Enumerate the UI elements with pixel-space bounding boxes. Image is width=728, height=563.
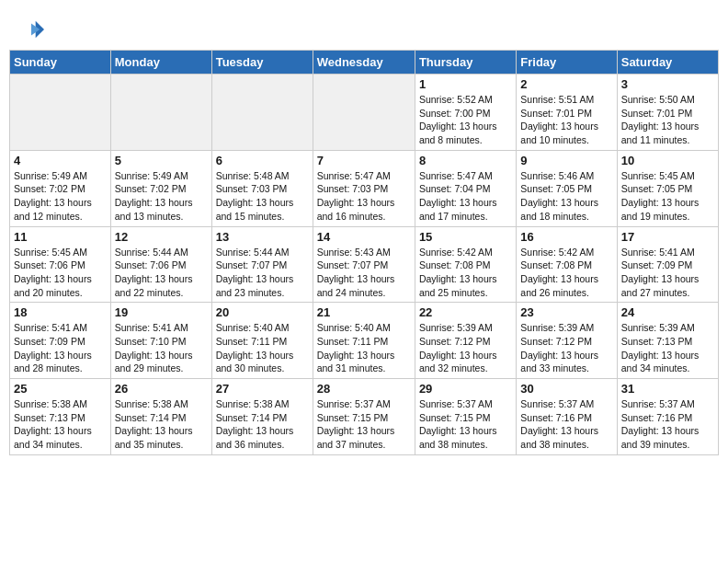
- calendar-day-cell: 17Sunrise: 5:41 AMSunset: 7:09 PMDayligh…: [617, 226, 718, 303]
- page-header: [9, 9, 719, 46]
- day-number: 9: [520, 154, 612, 167]
- calendar-day-cell: 1Sunrise: 5:52 AMSunset: 7:00 PMDaylight…: [415, 75, 516, 151]
- calendar-day-cell: [313, 75, 415, 151]
- calendar-day-cell: 21Sunrise: 5:40 AMSunset: 7:11 PMDayligh…: [313, 303, 415, 379]
- day-info: Sunrise: 5:49 AMSunset: 7:02 PMDaylight:…: [14, 169, 107, 224]
- day-info: Sunrise: 5:38 AMSunset: 7:14 PMDaylight:…: [216, 397, 309, 452]
- day-info: Sunrise: 5:42 AMSunset: 7:08 PMDaylight:…: [520, 246, 612, 300]
- day-info: Sunrise: 5:47 AMSunset: 7:04 PMDaylight:…: [419, 169, 512, 224]
- day-number: 6: [216, 154, 309, 167]
- day-number: 31: [621, 382, 714, 396]
- calendar-day-header: Friday: [517, 51, 617, 75]
- day-info: Sunrise: 5:45 AMSunset: 7:06 PMDaylight:…: [14, 246, 107, 300]
- calendar-week-row: 25Sunrise: 5:38 AMSunset: 7:13 PMDayligh…: [10, 379, 719, 455]
- calendar-day-cell: 25Sunrise: 5:38 AMSunset: 7:13 PMDayligh…: [10, 379, 111, 455]
- day-info: Sunrise: 5:38 AMSunset: 7:14 PMDaylight:…: [115, 397, 208, 452]
- day-number: 30: [520, 382, 612, 396]
- calendar-day-cell: 24Sunrise: 5:39 AMSunset: 7:13 PMDayligh…: [617, 303, 718, 379]
- calendar-day-cell: 20Sunrise: 5:40 AMSunset: 7:11 PMDayligh…: [211, 303, 313, 379]
- day-info: Sunrise: 5:49 AMSunset: 7:02 PMDaylight:…: [115, 169, 208, 224]
- day-number: 18: [14, 305, 107, 319]
- day-number: 13: [216, 230, 309, 244]
- day-info: Sunrise: 5:46 AMSunset: 7:05 PMDaylight:…: [520, 169, 612, 224]
- calendar-day-header: Monday: [110, 51, 211, 75]
- calendar-day-cell: 10Sunrise: 5:45 AMSunset: 7:05 PMDayligh…: [617, 150, 718, 226]
- calendar-day-cell: 8Sunrise: 5:47 AMSunset: 7:04 PMDaylight…: [415, 150, 516, 226]
- day-number: 4: [14, 154, 107, 167]
- calendar-day-cell: 27Sunrise: 5:38 AMSunset: 7:14 PMDayligh…: [211, 379, 313, 455]
- day-info: Sunrise: 5:39 AMSunset: 7:12 PMDaylight:…: [520, 321, 612, 375]
- calendar-day-cell: 6Sunrise: 5:48 AMSunset: 7:03 PMDaylight…: [211, 150, 313, 226]
- day-info: Sunrise: 5:40 AMSunset: 7:11 PMDaylight:…: [216, 321, 309, 375]
- day-info: Sunrise: 5:41 AMSunset: 7:09 PMDaylight:…: [621, 246, 714, 300]
- logo[interactable]: [18, 17, 46, 42]
- calendar-day-cell: 18Sunrise: 5:41 AMSunset: 7:09 PMDayligh…: [10, 303, 111, 379]
- calendar-day-cell: 11Sunrise: 5:45 AMSunset: 7:06 PMDayligh…: [10, 226, 111, 303]
- calendar-day-cell: 3Sunrise: 5:50 AMSunset: 7:01 PMDaylight…: [617, 75, 718, 151]
- day-number: 24: [621, 305, 714, 319]
- day-info: Sunrise: 5:50 AMSunset: 7:01 PMDaylight:…: [621, 93, 714, 147]
- calendar-week-row: 18Sunrise: 5:41 AMSunset: 7:09 PMDayligh…: [10, 303, 719, 379]
- calendar-day-cell: [211, 75, 313, 151]
- day-number: 28: [317, 382, 411, 396]
- day-number: 27: [216, 382, 309, 396]
- day-number: 25: [14, 382, 107, 396]
- calendar-day-cell: 26Sunrise: 5:38 AMSunset: 7:14 PMDayligh…: [110, 379, 211, 455]
- day-number: 26: [115, 382, 208, 396]
- day-number: 16: [520, 230, 612, 244]
- calendar-day-cell: 16Sunrise: 5:42 AMSunset: 7:08 PMDayligh…: [517, 226, 617, 303]
- day-info: Sunrise: 5:45 AMSunset: 7:05 PMDaylight:…: [621, 169, 714, 224]
- calendar-day-cell: 7Sunrise: 5:47 AMSunset: 7:03 PMDaylight…: [313, 150, 415, 226]
- day-number: 23: [520, 305, 612, 319]
- calendar-day-cell: 14Sunrise: 5:43 AMSunset: 7:07 PMDayligh…: [313, 226, 415, 303]
- calendar-day-cell: 9Sunrise: 5:46 AMSunset: 7:05 PMDaylight…: [517, 150, 617, 226]
- day-info: Sunrise: 5:51 AMSunset: 7:01 PMDaylight:…: [520, 93, 612, 147]
- calendar-day-header: Wednesday: [313, 51, 415, 75]
- day-number: 15: [419, 230, 512, 244]
- day-number: 7: [317, 154, 411, 167]
- day-info: Sunrise: 5:43 AMSunset: 7:07 PMDaylight:…: [317, 246, 411, 300]
- calendar-day-cell: [10, 75, 111, 151]
- day-info: Sunrise: 5:42 AMSunset: 7:08 PMDaylight:…: [419, 246, 512, 300]
- day-number: 22: [419, 305, 512, 319]
- day-info: Sunrise: 5:38 AMSunset: 7:13 PMDaylight:…: [14, 397, 107, 452]
- day-info: Sunrise: 5:37 AMSunset: 7:15 PMDaylight:…: [419, 397, 512, 452]
- day-number: 1: [419, 77, 512, 91]
- calendar-week-row: 1Sunrise: 5:52 AMSunset: 7:00 PMDaylight…: [10, 75, 719, 151]
- day-info: Sunrise: 5:37 AMSunset: 7:16 PMDaylight:…: [520, 397, 612, 452]
- calendar-table: SundayMondayTuesdayWednesdayThursdayFrid…: [9, 50, 719, 455]
- calendar-day-header: Sunday: [10, 51, 111, 75]
- day-number: 12: [115, 230, 208, 244]
- calendar-day-cell: 2Sunrise: 5:51 AMSunset: 7:01 PMDaylight…: [517, 75, 617, 151]
- day-info: Sunrise: 5:40 AMSunset: 7:11 PMDaylight:…: [317, 321, 411, 375]
- day-number: 11: [14, 230, 107, 244]
- calendar-day-cell: 29Sunrise: 5:37 AMSunset: 7:15 PMDayligh…: [415, 379, 516, 455]
- calendar-day-cell: 4Sunrise: 5:49 AMSunset: 7:02 PMDaylight…: [10, 150, 111, 226]
- calendar-week-row: 4Sunrise: 5:49 AMSunset: 7:02 PMDaylight…: [10, 150, 719, 226]
- day-number: 8: [419, 154, 512, 167]
- day-number: 10: [621, 154, 714, 167]
- calendar-header-row: SundayMondayTuesdayWednesdayThursdayFrid…: [10, 51, 719, 75]
- day-info: Sunrise: 5:44 AMSunset: 7:06 PMDaylight:…: [115, 246, 208, 300]
- calendar-day-cell: 23Sunrise: 5:39 AMSunset: 7:12 PMDayligh…: [517, 303, 617, 379]
- calendar-week-row: 11Sunrise: 5:45 AMSunset: 7:06 PMDayligh…: [10, 226, 719, 303]
- calendar-day-cell: 28Sunrise: 5:37 AMSunset: 7:15 PMDayligh…: [313, 379, 415, 455]
- calendar-day-cell: 12Sunrise: 5:44 AMSunset: 7:06 PMDayligh…: [110, 226, 211, 303]
- day-info: Sunrise: 5:37 AMSunset: 7:15 PMDaylight:…: [317, 397, 411, 452]
- calendar-day-cell: 22Sunrise: 5:39 AMSunset: 7:12 PMDayligh…: [415, 303, 516, 379]
- day-number: 17: [621, 230, 714, 244]
- day-info: Sunrise: 5:37 AMSunset: 7:16 PMDaylight:…: [621, 397, 714, 452]
- calendar-day-cell: 19Sunrise: 5:41 AMSunset: 7:10 PMDayligh…: [110, 303, 211, 379]
- day-info: Sunrise: 5:39 AMSunset: 7:13 PMDaylight:…: [621, 321, 714, 375]
- calendar-day-cell: 30Sunrise: 5:37 AMSunset: 7:16 PMDayligh…: [517, 379, 617, 455]
- calendar-day-cell: 13Sunrise: 5:44 AMSunset: 7:07 PMDayligh…: [211, 226, 313, 303]
- day-info: Sunrise: 5:44 AMSunset: 7:07 PMDaylight:…: [216, 246, 309, 300]
- day-number: 21: [317, 305, 411, 319]
- calendar-day-cell: [110, 75, 211, 151]
- calendar-day-cell: 31Sunrise: 5:37 AMSunset: 7:16 PMDayligh…: [617, 379, 718, 455]
- day-info: Sunrise: 5:52 AMSunset: 7:00 PMDaylight:…: [419, 93, 512, 147]
- calendar-day-header: Tuesday: [211, 51, 313, 75]
- day-number: 29: [419, 382, 512, 396]
- calendar-day-header: Thursday: [415, 51, 516, 75]
- day-info: Sunrise: 5:48 AMSunset: 7:03 PMDaylight:…: [216, 169, 309, 224]
